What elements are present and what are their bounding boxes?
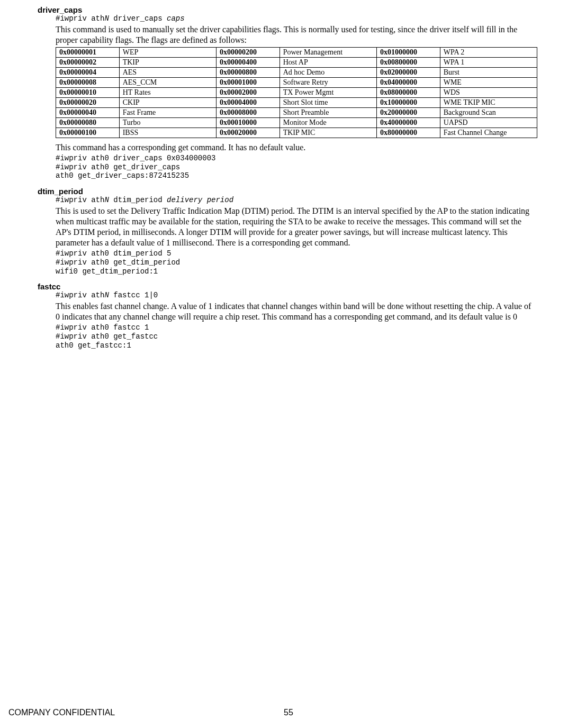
code-example: #iwpriv ath0 driver_caps 0x034000003 #iw… [56, 154, 537, 180]
name-cell: AES [119, 67, 216, 77]
hex-cell: 0x00008000 [216, 107, 280, 117]
name-cell: CKIP [119, 97, 216, 107]
page-footer: COMPANY CONFIDENTIAL 55 [8, 708, 569, 717]
hex-cell: 0x00000004 [56, 67, 120, 77]
syntax-mid: driver_caps [109, 14, 167, 23]
name-cell: WME TKIP MIC [440, 97, 537, 107]
name-cell: WDS [440, 87, 537, 97]
hex-cell: 0x40000000 [376, 117, 440, 128]
hex-cell: 0x20000000 [376, 107, 440, 117]
heading-fastcc: fastcc [38, 282, 537, 291]
hex-cell: 0x80000000 [376, 128, 440, 138]
name-cell: TKIP MIC [280, 128, 376, 138]
syntax-prefix: #iwpriv ath [56, 291, 104, 299]
table-row: 0x00000004AES0x00000800Ad hoc Demo0x0200… [56, 67, 537, 77]
name-cell: TKIP [119, 57, 216, 67]
name-cell: WPA 1 [440, 57, 537, 67]
name-cell: Ad hoc Demo [280, 67, 376, 77]
table-row: 0x00000040Fast Frame0x00008000Short Prea… [56, 107, 537, 117]
table-row: 0x00000100IBSS0x00020000TKIP MIC0x800000… [56, 128, 537, 138]
hex-cell: 0x00000400 [216, 57, 280, 67]
hex-cell: 0x00000100 [56, 128, 120, 138]
syntax-n: N [104, 196, 109, 204]
hex-cell: 0x00800000 [376, 57, 440, 67]
page-number: 55 [8, 708, 569, 717]
syntax-line: #iwpriv athN driver_caps caps [56, 14, 537, 23]
heading-driver-caps: driver_caps [38, 5, 537, 14]
hex-cell: 0x00004000 [216, 97, 280, 107]
name-cell: HT Rates [119, 87, 216, 97]
hex-cell: 0x08000000 [376, 87, 440, 97]
table-row: 0x00000001WEP0x00000200Power Management0… [56, 47, 537, 57]
syntax-mid: dtim_period [109, 196, 167, 204]
hex-cell: 0x00010000 [216, 117, 280, 128]
hex-cell: 0x00002000 [216, 87, 280, 97]
name-cell: Turbo [119, 117, 216, 128]
name-cell: Background Scan [440, 107, 537, 117]
syntax-line: #iwpriv athN fastcc 1|0 [56, 291, 537, 300]
table-row: 0x00000010HT Rates0x00002000TX Power Mgm… [56, 87, 537, 97]
capabilities-table: 0x00000001WEP0x00000200Power Management0… [56, 47, 537, 138]
syntax-arg: delivery period [167, 196, 233, 204]
hex-cell: 0x04000000 [376, 77, 440, 87]
hex-cell: 0x00000040 [56, 107, 120, 117]
hex-cell: 0x00001000 [216, 77, 280, 87]
name-cell: Monitor Mode [280, 117, 376, 128]
syntax-mid: fastcc 1|0 [109, 291, 158, 299]
syntax-prefix: #iwpriv ath [56, 14, 104, 23]
name-cell: AES_CCM [119, 77, 216, 87]
name-cell: Short Slot time [280, 97, 376, 107]
hex-cell: 0x00000200 [216, 47, 280, 57]
syntax-line: #iwpriv athN dtim_period delivery period [56, 196, 537, 205]
name-cell: IBSS [119, 128, 216, 138]
name-cell: Host AP [280, 57, 376, 67]
name-cell: Short Preamble [280, 107, 376, 117]
name-cell: Software Retry [280, 77, 376, 87]
name-cell: UAPSD [440, 117, 537, 128]
hex-cell: 0x00000080 [56, 117, 120, 128]
name-cell: WPA 2 [440, 47, 537, 57]
hex-cell: 0x00000001 [56, 47, 120, 57]
name-cell: TX Power Mgmt [280, 87, 376, 97]
table-row: 0x00000008AES_CCM0x00001000Software Retr… [56, 77, 537, 87]
syntax-n: N [104, 14, 109, 23]
name-cell: WEP [119, 47, 216, 57]
syntax-prefix: #iwpriv ath [56, 196, 104, 204]
hex-cell: 0x01000000 [376, 47, 440, 57]
syntax-arg: caps [167, 14, 185, 23]
table-row: 0x00000002TKIP0x00000400Host AP0x0080000… [56, 57, 537, 67]
hex-cell: 0x00000800 [216, 67, 280, 77]
name-cell: Power Management [280, 47, 376, 57]
name-cell: WME [440, 77, 537, 87]
hex-cell: 0x00000002 [56, 57, 120, 67]
table-row: 0x00000020CKIP0x00004000Short Slot time0… [56, 97, 537, 107]
paragraph: This is used to set the Delivery Traffic… [56, 206, 537, 248]
hex-cell: 0x00000020 [56, 97, 120, 107]
hex-cell: 0x10000000 [376, 97, 440, 107]
code-example: #iwpriv ath0 dtim_period 5 #iwpriv ath0 … [56, 249, 537, 276]
paragraph: This command has a corresponding get com… [56, 142, 537, 153]
paragraph: This command is used to manually set the… [56, 24, 537, 46]
table-row: 0x00000080Turbo0x00010000Monitor Mode0x4… [56, 117, 537, 128]
hex-cell: 0x00020000 [216, 128, 280, 138]
name-cell: Fast Channel Change [440, 128, 537, 138]
name-cell: Burst [440, 67, 537, 77]
hex-cell: 0x00000010 [56, 87, 120, 97]
paragraph: This enables fast channel change. A valu… [56, 301, 537, 322]
hex-cell: 0x00000008 [56, 77, 120, 87]
syntax-n: N [104, 291, 109, 299]
hex-cell: 0x02000000 [376, 67, 440, 77]
name-cell: Fast Frame [119, 107, 216, 117]
code-example: #iwpriv ath0 fastcc 1 #iwpriv ath0 get_f… [56, 323, 537, 350]
heading-dtim-period: dtim_period [38, 187, 537, 196]
